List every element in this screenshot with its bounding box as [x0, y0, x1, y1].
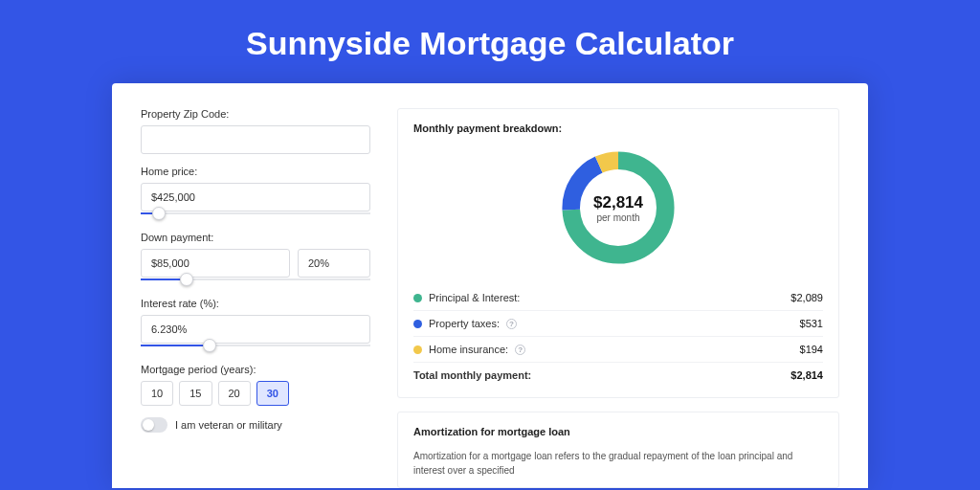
- breakdown-panel: Monthly payment breakdown: $2,814 per mo…: [397, 108, 839, 398]
- rate-slider[interactable]: [141, 341, 370, 352]
- legend-dot: [413, 345, 422, 354]
- amort-text: Amortization for a mortgage loan refers …: [413, 449, 823, 478]
- period-options: 10152030: [141, 381, 370, 406]
- period-label: Mortgage period (years):: [141, 364, 370, 375]
- rate-label: Interest rate (%):: [141, 298, 370, 309]
- info-icon[interactable]: ?: [515, 345, 525, 355]
- down-slider[interactable]: [141, 275, 370, 286]
- veteran-toggle[interactable]: [141, 417, 167, 433]
- legend-label: Principal & Interest:: [429, 292, 520, 303]
- rate-input[interactable]: [141, 315, 370, 344]
- period-option-20[interactable]: 20: [218, 381, 251, 406]
- period-option-30[interactable]: 30: [256, 381, 289, 406]
- legend-dot: [413, 320, 422, 328]
- down-amount-input[interactable]: [141, 249, 290, 278]
- donut-chart: $2,814 per month: [413, 145, 823, 270]
- period-option-15[interactable]: 15: [179, 381, 212, 406]
- price-label: Home price:: [141, 166, 370, 177]
- legend-value: $2,089: [791, 292, 823, 303]
- veteran-row: I am veteran or military: [141, 417, 370, 433]
- down-label: Down payment:: [141, 232, 370, 243]
- period-option-10[interactable]: 10: [141, 381, 173, 406]
- page-title: Sunnyside Mortgage Calculator: [0, 0, 980, 83]
- form-column: Property Zip Code: Home price: Down paym…: [141, 108, 370, 488]
- down-field: Down payment:: [141, 232, 370, 286]
- veteran-label: I am veteran or military: [175, 419, 282, 431]
- breakdown-title: Monthly payment breakdown:: [413, 122, 823, 134]
- zip-label: Property Zip Code:: [141, 108, 370, 120]
- donut-total: $2,814: [593, 193, 643, 212]
- zip-input[interactable]: [141, 125, 370, 154]
- info-icon[interactable]: ?: [506, 319, 517, 329]
- donut-sub: per month: [596, 212, 639, 223]
- legend: Principal & Interest:$2,089Property taxe…: [413, 285, 823, 388]
- total-label: Total monthly payment:: [413, 369, 531, 381]
- summary-column: Monthly payment breakdown: $2,814 per mo…: [397, 108, 839, 488]
- legend-row: Property taxes:?$531: [413, 310, 823, 336]
- legend-label: Home insurance:: [429, 344, 508, 355]
- legend-dot: [413, 294, 422, 302]
- price-field: Home price:: [141, 166, 370, 220]
- zip-field: Property Zip Code:: [141, 108, 370, 154]
- calculator-card: Property Zip Code: Home price: Down paym…: [112, 83, 868, 488]
- legend-label: Property taxes:: [429, 318, 500, 329]
- legend-value: $194: [800, 344, 823, 355]
- amort-panel: Amortization for mortgage loan Amortizat…: [397, 412, 839, 488]
- total-value: $2,814: [791, 369, 823, 381]
- period-field: Mortgage period (years): 10152030: [141, 364, 370, 406]
- price-slider[interactable]: [141, 209, 370, 220]
- legend-total-row: Total monthly payment:$2,814: [413, 362, 823, 388]
- down-pct-input[interactable]: [298, 249, 370, 278]
- legend-value: $531: [800, 318, 823, 329]
- legend-row: Principal & Interest:$2,089: [413, 285, 823, 310]
- legend-row: Home insurance:?$194: [413, 336, 823, 362]
- price-input[interactable]: [141, 183, 370, 212]
- amort-title: Amortization for mortgage loan: [413, 426, 823, 437]
- rate-field: Interest rate (%):: [141, 298, 370, 352]
